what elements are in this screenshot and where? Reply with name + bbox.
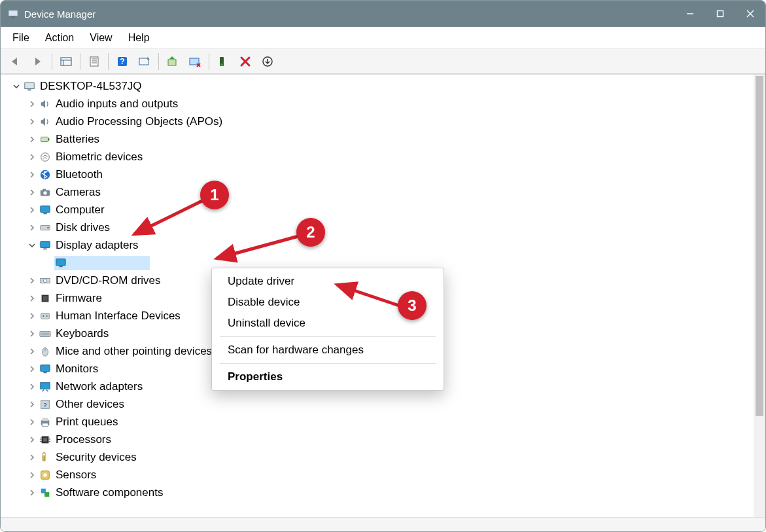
svg-rect-59 (43, 438, 46, 441)
bluetooth-icon (39, 168, 52, 181)
svg-rect-15 (139, 58, 148, 65)
toolbar-separator (158, 53, 159, 70)
toolbar-update-driver-button[interactable] (162, 52, 184, 71)
chevron-right-icon[interactable] (26, 292, 39, 305)
toolbar-forward-button[interactable] (27, 52, 49, 71)
menu-action[interactable]: Action (37, 28, 82, 48)
mouse-icon (39, 345, 52, 358)
maximize-button[interactable] (705, 1, 735, 27)
monitor-icon (54, 257, 67, 270)
chevron-right-icon[interactable] (26, 168, 39, 181)
svg-rect-51 (43, 372, 46, 373)
svg-rect-24 (48, 138, 50, 141)
svg-line-72 (134, 199, 206, 234)
svg-rect-23 (41, 137, 48, 141)
context-menu-separator (220, 336, 436, 337)
tree-category[interactable]: Sensors (26, 466, 754, 484)
device-manager-window: Device Manager File Action View Help ? D… (0, 0, 766, 532)
tree-category[interactable]: Audio inputs and outputs (26, 95, 754, 113)
menu-file[interactable]: File (5, 28, 37, 48)
chevron-right-icon[interactable] (26, 327, 39, 340)
chevron-right-icon[interactable] (26, 433, 39, 446)
window-title: Device Manager (24, 9, 96, 20)
vertical-scrollbar[interactable] (754, 75, 765, 517)
chevron-right-icon[interactable] (26, 380, 39, 393)
tree-category-label: Keyboards (56, 325, 109, 342)
svg-rect-56 (43, 417, 48, 421)
computer-icon (23, 80, 36, 93)
tree-category-label: Human Interface Devices (56, 307, 181, 325)
context-menu-scan[interactable]: Scan for hardware changes (212, 340, 444, 361)
tree-category[interactable]: Software components (26, 484, 754, 501)
chevron-down-icon[interactable] (10, 80, 23, 93)
context-menu-properties[interactable]: Properties (212, 366, 444, 387)
svg-rect-52 (41, 382, 50, 389)
toolbar-back-button[interactable] (5, 52, 27, 71)
speaker-icon (39, 115, 52, 128)
chevron-right-icon[interactable] (26, 486, 39, 499)
tree-root-computer[interactable]: DESKTOP-4L537JQ (10, 77, 754, 95)
chevron-right-icon[interactable] (26, 274, 39, 287)
chevron-right-icon[interactable] (26, 345, 39, 358)
toolbar: ? (1, 49, 765, 74)
svg-rect-31 (43, 213, 46, 214)
tree-category[interactable]: Security devices (26, 448, 754, 466)
svg-line-73 (217, 236, 298, 258)
tree-category-label: Security devices (56, 448, 137, 466)
chevron-right-icon[interactable] (26, 469, 39, 482)
svg-rect-3 (718, 11, 723, 17)
tree-category[interactable]: Biometric devices (26, 148, 754, 166)
chevron-right-icon[interactable] (26, 416, 39, 429)
tree-category[interactable]: Processors (26, 431, 754, 448)
toolbar-disable-device-button[interactable] (184, 52, 206, 71)
chevron-right-icon[interactable] (26, 204, 39, 217)
toolbar-more-button[interactable] (256, 52, 279, 71)
network-icon (39, 380, 52, 393)
annotation-badge-3: 3 (398, 291, 427, 320)
toolbar-help-button[interactable]: ? (111, 52, 133, 71)
svg-point-28 (43, 191, 46, 194)
toolbar-separator (209, 53, 209, 70)
svg-text:?: ? (43, 400, 47, 408)
svg-rect-30 (41, 205, 50, 212)
svg-rect-6 (61, 58, 71, 65)
chevron-right-icon[interactable] (26, 451, 39, 464)
toolbar-show-hidden-button[interactable] (55, 52, 77, 71)
tree-category[interactable]: ? Other devices (26, 395, 754, 413)
svg-point-43 (43, 315, 44, 317)
toolbar-properties-button[interactable] (83, 52, 105, 71)
toolbar-uninstall-device-button[interactable] (212, 52, 234, 71)
chevron-right-icon[interactable] (26, 151, 39, 164)
menu-help[interactable]: Help (120, 28, 158, 48)
tree-root-label: DESKTOP-4L537JQ (40, 77, 142, 95)
toolbar-scan-button[interactable] (133, 52, 156, 71)
chevron-right-icon[interactable] (26, 98, 39, 111)
tree-category[interactable]: Print queues (26, 413, 754, 431)
svg-rect-50 (41, 364, 50, 371)
camera-icon (39, 186, 52, 199)
svg-rect-37 (59, 266, 62, 267)
chevron-right-icon[interactable] (26, 115, 39, 128)
tree-category[interactable]: Bluetooth (26, 166, 754, 183)
chevron-right-icon[interactable] (26, 221, 39, 234)
tree-category-label: Sensors (56, 466, 96, 484)
scrollbar-thumb[interactable] (756, 76, 763, 416)
chevron-right-icon[interactable] (26, 363, 39, 376)
battery-icon (39, 133, 52, 146)
toolbar-remove-device-button[interactable] (234, 52, 256, 71)
chevron-down-icon[interactable] (26, 239, 39, 252)
svg-rect-35 (43, 248, 46, 249)
chevron-right-icon[interactable] (26, 310, 39, 323)
svg-rect-16 (168, 60, 176, 65)
close-button[interactable] (735, 1, 765, 27)
minimize-button[interactable] (675, 1, 705, 27)
chevron-right-icon[interactable] (26, 398, 39, 411)
chevron-right-icon[interactable] (26, 186, 39, 199)
chevron-right-icon[interactable] (26, 133, 39, 146)
tree-category-label: Processors (56, 431, 111, 448)
menu-view[interactable]: View (82, 28, 120, 48)
tree-category-label: Network adapters (56, 378, 143, 395)
tree-category[interactable]: Audio Processing Objects (APOs) (26, 113, 754, 130)
annotation-badge-2: 2 (296, 218, 325, 247)
tree-category[interactable]: Batteries (26, 130, 754, 148)
